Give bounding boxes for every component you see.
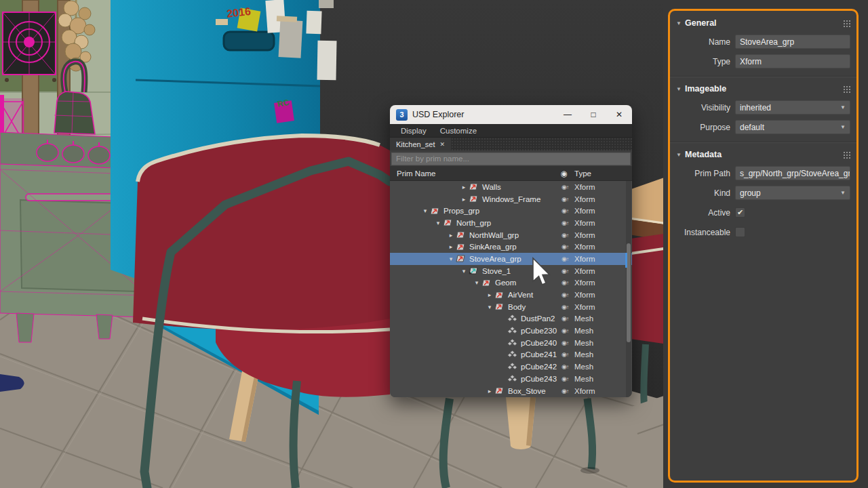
- tree-row[interactable]: ▸Windows_Frame◉↑Xform: [390, 193, 632, 205]
- maximize-button[interactable]: □: [580, 105, 606, 124]
- visibility-icon[interactable]: ◉↑: [557, 304, 573, 310]
- visibility-icon[interactable]: ◉↑: [557, 375, 573, 382]
- window-titlebar[interactable]: 3 USD Explorer — □ ✕: [390, 105, 632, 124]
- tree-row[interactable]: ▾Geom◉↑Xform: [390, 277, 632, 289]
- expander-icon[interactable]: ▸: [446, 243, 456, 250]
- visibility-icon[interactable]: ◉↑: [557, 363, 573, 370]
- filter-input[interactable]: [391, 152, 631, 165]
- tree-row[interactable]: ▸NorthWall_grp◉↑Xform: [390, 229, 632, 241]
- dropdown-value: inherited: [740, 103, 771, 113]
- expander-icon[interactable]: ▾: [459, 268, 469, 274]
- prim-type-label: Xform: [574, 279, 595, 287]
- visibility-icon[interactable]: ◉↑: [557, 232, 573, 239]
- drag-handle-icon[interactable]: [843, 151, 850, 159]
- expander-icon[interactable]: ▾: [446, 256, 456, 262]
- dropdown-field[interactable]: default▼: [735, 120, 850, 134]
- tree-row[interactable]: ▸SinkArea_grp◉↑Xform: [390, 241, 632, 253]
- section-header-general[interactable]: ▼General: [670, 14, 856, 32]
- expander-icon[interactable]: ▸: [446, 232, 456, 239]
- tree-row[interactable]: ▾Stove_1◉↑Xform: [390, 265, 632, 277]
- tree-row[interactable]: ▸Box_Stove◉↑Xform: [390, 385, 632, 397]
- section-header-metadata[interactable]: ▼Metadata: [670, 146, 856, 163]
- dropdown-field[interactable]: inherited▼: [735, 100, 850, 115]
- close-button[interactable]: ✕: [606, 105, 632, 124]
- tree-row[interactable]: ▸AirVent◉↑Xform: [390, 289, 632, 301]
- expander-icon[interactable]: ▸: [485, 291, 494, 298]
- visibility-column-icon[interactable]: ◉: [557, 169, 572, 178]
- field-row-purpose: Purposedefault▼: [670, 117, 856, 137]
- expander-icon[interactable]: ▸: [459, 184, 469, 190]
- visibility-icon[interactable]: ◉↑: [557, 351, 573, 358]
- visibility-icon[interactable]: ◉↑: [557, 207, 573, 214]
- expander-icon[interactable]: ▸: [459, 196, 469, 203]
- tab-close-icon[interactable]: ✕: [439, 141, 445, 148]
- visibility-icon[interactable]: ◉↑: [557, 340, 573, 346]
- minimize-button[interactable]: —: [555, 105, 580, 124]
- menu-display[interactable]: Display: [395, 127, 432, 135]
- prim-type-label: Xform: [574, 243, 595, 251]
- eye-arrow-glyph: ↑: [566, 316, 568, 322]
- section-collapse-icon[interactable]: ▼: [676, 20, 685, 26]
- visibility-icon[interactable]: ◉↑: [557, 196, 573, 203]
- eye-glyph: ◉: [561, 232, 566, 239]
- expander-icon[interactable]: ▾: [472, 279, 481, 286]
- dropdown-field[interactable]: group▼: [735, 186, 850, 200]
- air-vent-3d[interactable]: [3, 12, 56, 75]
- section-title: General: [685, 18, 843, 28]
- prim-name-label: pCube230: [521, 327, 557, 335]
- visibility-icon[interactable]: ◉↑: [557, 256, 573, 262]
- tree-row[interactable]: ▾North_grp◉↑Xform: [390, 217, 632, 229]
- expander-icon[interactable]: ▾: [485, 304, 494, 310]
- expander-icon[interactable]: ▾: [420, 207, 430, 214]
- tree-row[interactable]: pCube240◉↑Mesh: [390, 337, 632, 349]
- visibility-icon[interactable]: ◉↑: [557, 220, 573, 226]
- visibility-icon[interactable]: ◉↑: [557, 327, 573, 334]
- drag-handle-icon[interactable]: [843, 85, 850, 93]
- section-collapse-icon[interactable]: ▼: [676, 86, 685, 92]
- tab-label: Kitchen_set: [396, 140, 435, 148]
- expander-icon[interactable]: ▸: [485, 388, 494, 394]
- text-field[interactable]: Xform: [735, 54, 850, 68]
- section-collapse-icon[interactable]: ▼: [676, 152, 685, 158]
- prim-name-label: SinkArea_grp: [469, 243, 517, 251]
- tree-row[interactable]: pCube242◉↑Mesh: [390, 361, 632, 373]
- usd-explorer-window: 3 USD Explorer — □ ✕ DisplayCustomize Ki…: [390, 105, 632, 397]
- filter-bar: [390, 150, 632, 166]
- visibility-icon[interactable]: ◉↑: [557, 268, 573, 274]
- prim-inspector-panel: ▼GeneralNameStoveArea_grpTypeXform▼Image…: [668, 9, 859, 483]
- prim-type-label: Xform: [574, 219, 595, 227]
- checkbox-field[interactable]: ✔: [735, 207, 745, 218]
- tree-row[interactable]: ▸Walls◉↑Xform: [390, 181, 632, 193]
- tree-row[interactable]: pCube241◉↑Mesh: [390, 349, 632, 361]
- checkbox-field[interactable]: [735, 227, 745, 237]
- tab-kitchen-set[interactable]: Kitchen_set ✕: [390, 138, 451, 150]
- section-header-imageable[interactable]: ▼Imageable: [670, 80, 856, 98]
- visibility-icon[interactable]: ◉↑: [557, 291, 573, 298]
- selection-marker: [625, 253, 627, 268]
- drag-handle-icon[interactable]: [843, 20, 850, 27]
- prim-tree: ▸Walls◉↑Xform▸Windows_Frame◉↑Xform▾Props…: [390, 181, 632, 397]
- dropdown-value: group: [740, 188, 761, 198]
- xform-icon: [494, 386, 505, 395]
- text-field[interactable]: StoveArea_grp: [735, 35, 850, 49]
- eye-glyph: ◉: [561, 184, 566, 190]
- tree-row[interactable]: ▾StoveArea_grp◉↑Xform: [390, 253, 632, 265]
- tree-scrollbar[interactable]: [626, 181, 631, 397]
- visibility-icon[interactable]: ◉↑: [557, 243, 573, 250]
- eye-arrow-glyph: ↑: [566, 304, 568, 310]
- visibility-icon[interactable]: ◉↑: [557, 315, 573, 322]
- text-field[interactable]: s_grp/North_grp/StoveArea_grp: [735, 166, 850, 180]
- menu-customize[interactable]: Customize: [435, 127, 482, 135]
- tree-row[interactable]: pCube243◉↑Mesh: [390, 373, 632, 385]
- column-type[interactable]: Type: [574, 169, 591, 178]
- tree-row[interactable]: ▾Props_grp◉↑Xform: [390, 205, 632, 217]
- xform-icon: [494, 291, 505, 300]
- visibility-icon[interactable]: ◉↑: [557, 279, 573, 286]
- tree-row[interactable]: pCube230◉↑Mesh: [390, 325, 632, 337]
- column-prim-name[interactable]: Prim Name: [390, 169, 436, 178]
- expander-icon[interactable]: ▾: [433, 220, 443, 226]
- tree-row[interactable]: ▾Body◉↑Xform: [390, 301, 632, 313]
- visibility-icon[interactable]: ◉↑: [557, 388, 573, 394]
- visibility-icon[interactable]: ◉↑: [557, 184, 573, 190]
- tree-row[interactable]: DustPan2◉↑Mesh: [390, 313, 632, 325]
